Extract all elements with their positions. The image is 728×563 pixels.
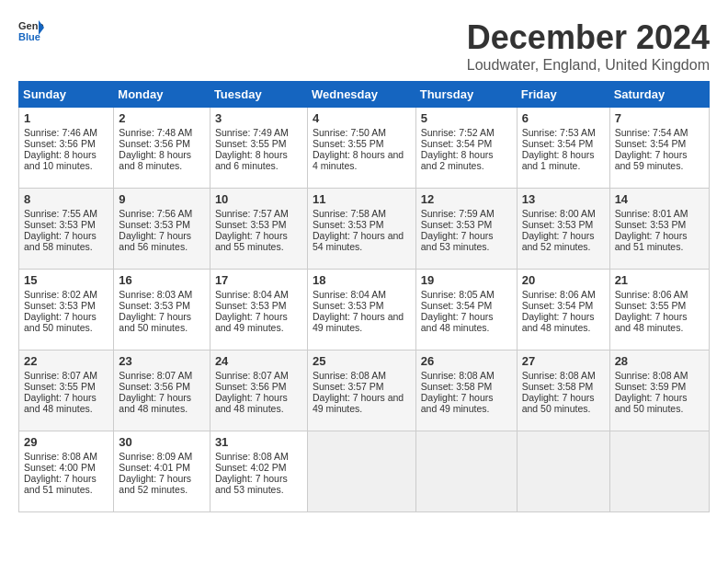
sunrise-text: Sunrise: 7:53 AM: [522, 127, 596, 138]
col-header-thursday: Thursday: [415, 82, 517, 108]
daylight-text: Daylight: 7 hours and 50 minutes.: [24, 311, 97, 333]
day-number: 13: [522, 192, 605, 206]
sunrise-text: Sunrise: 7:57 AM: [215, 208, 289, 219]
sunrise-text: Sunrise: 7:55 AM: [24, 208, 97, 219]
day-number: 29: [24, 435, 108, 449]
day-number: 27: [522, 354, 605, 368]
sunset-text: Sunset: 3:53 PM: [24, 219, 96, 230]
sunset-text: Sunset: 3:57 PM: [313, 381, 384, 392]
sunset-text: Sunset: 3:54 PM: [421, 300, 493, 311]
logo-icon: General Blue: [18, 18, 44, 44]
calendar-cell: 24Sunrise: 8:07 AMSunset: 3:56 PMDayligh…: [210, 350, 307, 431]
calendar-cell: 29Sunrise: 8:08 AMSunset: 4:00 PMDayligh…: [19, 431, 114, 512]
day-number: 6: [522, 111, 605, 125]
sunset-text: Sunset: 3:55 PM: [24, 381, 96, 392]
daylight-text: Daylight: 7 hours and 55 minutes.: [215, 230, 288, 252]
sunrise-text: Sunrise: 8:05 AM: [421, 289, 495, 300]
daylight-text: Daylight: 7 hours and 54 minutes.: [313, 230, 404, 252]
sunrise-text: Sunrise: 8:07 AM: [215, 370, 289, 381]
sunrise-text: Sunrise: 7:48 AM: [119, 127, 192, 138]
day-number: 19: [421, 273, 512, 287]
sunset-text: Sunset: 3:53 PM: [313, 300, 384, 311]
day-number: 5: [421, 111, 512, 125]
day-number: 18: [313, 273, 411, 287]
calendar-cell: 3Sunrise: 7:49 AMSunset: 3:55 PMDaylight…: [210, 108, 307, 189]
day-number: 9: [119, 192, 205, 206]
daylight-text: Daylight: 8 hours and 2 minutes.: [421, 149, 494, 171]
sunset-text: Sunset: 3:53 PM: [119, 300, 190, 311]
daylight-text: Daylight: 7 hours and 50 minutes.: [522, 392, 595, 414]
sunrise-text: Sunrise: 7:59 AM: [421, 208, 495, 219]
sunrise-text: Sunrise: 8:06 AM: [522, 289, 596, 300]
calendar-cell: 31Sunrise: 8:08 AMSunset: 4:02 PMDayligh…: [210, 431, 307, 512]
logo: General Blue: [18, 18, 44, 44]
sunset-text: Sunset: 4:01 PM: [119, 462, 190, 473]
sunset-text: Sunset: 3:53 PM: [215, 300, 287, 311]
sunset-text: Sunset: 3:56 PM: [119, 381, 190, 392]
calendar-cell: 9Sunrise: 7:56 AMSunset: 3:53 PMDaylight…: [114, 189, 210, 270]
calendar-table: SundayMondayTuesdayWednesdayThursdayFrid…: [18, 81, 710, 512]
daylight-text: Daylight: 7 hours and 52 minutes.: [119, 473, 191, 495]
day-number: 11: [313, 192, 411, 206]
daylight-text: Daylight: 7 hours and 59 minutes.: [615, 149, 688, 171]
sunrise-text: Sunrise: 8:06 AM: [615, 289, 688, 300]
day-number: 8: [24, 192, 108, 206]
svg-text:Blue: Blue: [18, 31, 40, 42]
sunset-text: Sunset: 3:53 PM: [215, 219, 287, 230]
daylight-text: Daylight: 7 hours and 49 minutes.: [215, 311, 288, 333]
sunrise-text: Sunrise: 8:08 AM: [522, 370, 596, 381]
sunrise-text: Sunrise: 8:04 AM: [215, 289, 289, 300]
calendar-cell: 23Sunrise: 8:07 AMSunset: 3:56 PMDayligh…: [114, 350, 210, 431]
calendar-cell: 16Sunrise: 8:03 AMSunset: 3:53 PMDayligh…: [114, 270, 210, 350]
sunrise-text: Sunrise: 7:46 AM: [24, 127, 97, 138]
calendar-cell: 20Sunrise: 8:06 AMSunset: 3:54 PMDayligh…: [517, 270, 609, 350]
sunrise-text: Sunrise: 8:08 AM: [313, 370, 386, 381]
calendar-cell: 28Sunrise: 8:08 AMSunset: 3:59 PMDayligh…: [609, 350, 709, 431]
calendar-cell: 13Sunrise: 8:00 AMSunset: 3:53 PMDayligh…: [517, 189, 609, 270]
col-header-tuesday: Tuesday: [210, 82, 307, 108]
calendar-cell: 27Sunrise: 8:08 AMSunset: 3:58 PMDayligh…: [517, 350, 609, 431]
day-number: 26: [421, 354, 512, 368]
daylight-text: Daylight: 7 hours and 48 minutes.: [119, 392, 191, 414]
calendar-cell: 26Sunrise: 8:08 AMSunset: 3:58 PMDayligh…: [415, 350, 517, 431]
daylight-text: Daylight: 7 hours and 50 minutes.: [615, 392, 688, 414]
daylight-text: Daylight: 7 hours and 49 minutes.: [421, 392, 494, 414]
day-number: 22: [24, 354, 108, 368]
daylight-text: Daylight: 7 hours and 51 minutes.: [615, 230, 688, 252]
daylight-text: Daylight: 7 hours and 56 minutes.: [119, 230, 191, 252]
sunrise-text: Sunrise: 8:08 AM: [421, 370, 495, 381]
daylight-text: Daylight: 8 hours and 1 minute.: [522, 149, 595, 171]
day-number: 14: [615, 192, 704, 206]
calendar-cell: 17Sunrise: 8:04 AMSunset: 3:53 PMDayligh…: [210, 270, 307, 350]
sunset-text: Sunset: 3:55 PM: [313, 138, 384, 149]
sunrise-text: Sunrise: 7:52 AM: [421, 127, 495, 138]
day-number: 16: [119, 273, 205, 287]
calendar-cell: [517, 431, 609, 512]
day-number: 30: [119, 435, 205, 449]
calendar-cell: 12Sunrise: 7:59 AMSunset: 3:53 PMDayligh…: [415, 189, 517, 270]
sunrise-text: Sunrise: 8:04 AM: [313, 289, 386, 300]
col-header-sunday: Sunday: [19, 82, 114, 108]
sunrise-text: Sunrise: 7:50 AM: [313, 127, 386, 138]
daylight-text: Daylight: 7 hours and 48 minutes.: [522, 311, 595, 333]
daylight-text: Daylight: 8 hours and 10 minutes.: [24, 149, 97, 171]
day-number: 17: [215, 273, 302, 287]
sunset-text: Sunset: 4:02 PM: [215, 462, 287, 473]
calendar-cell: 2Sunrise: 7:48 AMSunset: 3:56 PMDaylight…: [114, 108, 210, 189]
calendar-cell: 22Sunrise: 8:07 AMSunset: 3:55 PMDayligh…: [19, 350, 114, 431]
header: General Blue December 2024 Loudwater, En…: [18, 18, 710, 74]
daylight-text: Daylight: 8 hours and 8 minutes.: [119, 149, 191, 171]
day-number: 28: [615, 354, 704, 368]
daylight-text: Daylight: 7 hours and 48 minutes.: [615, 311, 688, 333]
calendar-cell: 18Sunrise: 8:04 AMSunset: 3:53 PMDayligh…: [307, 270, 415, 350]
calendar-cell: 4Sunrise: 7:50 AMSunset: 3:55 PMDaylight…: [307, 108, 415, 189]
calendar-cell: 11Sunrise: 7:58 AMSunset: 3:53 PMDayligh…: [307, 189, 415, 270]
day-number: 7: [615, 111, 704, 125]
sunset-text: Sunset: 3:53 PM: [615, 219, 687, 230]
sunrise-text: Sunrise: 7:54 AM: [615, 127, 688, 138]
day-number: 21: [615, 273, 704, 287]
sunset-text: Sunset: 3:54 PM: [421, 138, 493, 149]
daylight-text: Daylight: 7 hours and 53 minutes.: [215, 473, 288, 495]
sunrise-text: Sunrise: 8:03 AM: [119, 289, 192, 300]
calendar-cell: 10Sunrise: 7:57 AMSunset: 3:53 PMDayligh…: [210, 189, 307, 270]
